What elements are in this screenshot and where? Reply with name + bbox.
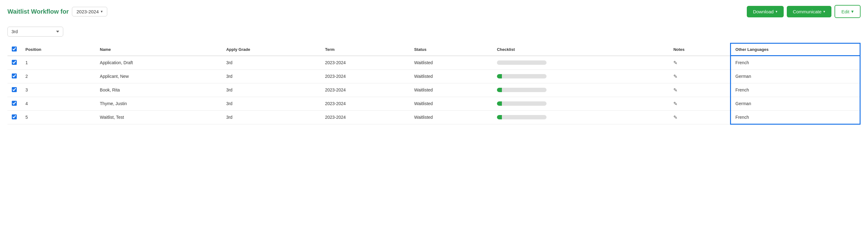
row-other-language: French — [731, 56, 860, 70]
row-checkbox[interactable] — [12, 101, 17, 106]
checklist-bar-fill — [497, 74, 502, 79]
checklist-bar-fill — [497, 88, 502, 92]
header-term: Term — [320, 43, 410, 56]
row-status: Waitlisted — [410, 110, 493, 124]
row-checklist — [493, 69, 669, 83]
row-notes: ✎ — [669, 56, 731, 70]
row-status: Waitlisted — [410, 83, 493, 97]
row-apply-grade: 3rd — [222, 83, 321, 97]
row-checklist — [493, 56, 669, 70]
checklist-bar-fill — [497, 115, 502, 119]
edit-button[interactable]: Edit ▾ — [835, 5, 861, 18]
row-status: Waitlisted — [410, 69, 493, 83]
download-button[interactable]: Download ▾ — [747, 6, 784, 18]
row-other-language: French — [731, 110, 860, 124]
row-term: 2023-2024 — [320, 69, 410, 83]
checklist-bar — [497, 101, 547, 106]
grade-selector: 3rd 4th 5th 6th 7th 8th — [7, 27, 861, 37]
row-checkbox-cell — [7, 83, 21, 97]
row-checkbox[interactable] — [12, 73, 17, 79]
row-position: 1 — [21, 56, 95, 70]
row-notes: ✎ — [669, 69, 731, 83]
checklist-bar — [497, 60, 547, 65]
header-notes: Notes — [669, 43, 731, 56]
row-term: 2023-2024 — [320, 97, 410, 110]
row-notes: ✎ — [669, 97, 731, 110]
row-position: 2 — [21, 69, 95, 83]
row-checklist — [493, 83, 669, 97]
header-status: Status — [410, 43, 493, 56]
page: Waitlist Workflow for 2023-2024 ▾ Downlo… — [0, 0, 868, 240]
communicate-button[interactable]: Communicate ▾ — [787, 6, 832, 18]
row-checklist — [493, 110, 669, 124]
row-apply-grade: 3rd — [222, 69, 321, 83]
row-term: 2023-2024 — [320, 56, 410, 70]
table-row: 1 Application, Draft 3rd 2023-2024 Waitl… — [7, 56, 860, 70]
row-other-language: German — [731, 69, 860, 83]
row-term: 2023-2024 — [320, 83, 410, 97]
checklist-bar — [497, 88, 547, 92]
row-apply-grade: 3rd — [222, 110, 321, 124]
header-name: Name — [95, 43, 222, 56]
table-header-row: Position Name Apply Grade Term Status — [7, 43, 860, 56]
row-checkbox-cell — [7, 69, 21, 83]
edit-label: Edit — [841, 9, 849, 14]
header-left: Waitlist Workflow for 2023-2024 ▾ — [7, 7, 107, 17]
row-checklist — [493, 97, 669, 110]
grade-select-input[interactable]: 3rd 4th 5th 6th 7th 8th — [7, 27, 63, 37]
row-position: 4 — [21, 97, 95, 110]
header-right: Download ▾ Communicate ▾ Edit ▾ — [747, 5, 861, 18]
row-apply-grade: 3rd — [222, 97, 321, 110]
header-other-languages: Other Languages — [731, 43, 860, 56]
row-status: Waitlisted — [410, 97, 493, 110]
checklist-bar-fill — [497, 101, 502, 106]
header-position: Position — [21, 43, 95, 56]
row-name: Waitlist, Test — [95, 110, 222, 124]
header-apply-grade: Apply Grade — [222, 43, 321, 56]
communicate-chevron-icon: ▾ — [824, 10, 825, 13]
chevron-down-icon: ▾ — [101, 9, 103, 13]
row-notes: ✎ — [669, 83, 731, 97]
communicate-label: Communicate — [793, 9, 822, 14]
year-value: 2023-2024 — [76, 9, 99, 14]
waitlist-table: Position Name Apply Grade Term Status — [7, 43, 861, 125]
notes-edit-icon[interactable]: ✎ — [673, 115, 677, 120]
table-row: 2 Applicant, New 3rd 2023-2024 Waitliste… — [7, 69, 860, 83]
table-row: 4 Thyme, Justin 3rd 2023-2024 Waitlisted… — [7, 97, 860, 110]
header: Waitlist Workflow for 2023-2024 ▾ Downlo… — [7, 5, 861, 18]
page-title: Waitlist Workflow for — [7, 8, 69, 15]
row-checkbox-cell — [7, 110, 21, 124]
download-chevron-icon: ▾ — [776, 10, 777, 13]
row-position: 5 — [21, 110, 95, 124]
table-row: 5 Waitlist, Test 3rd 2023-2024 Waitliste… — [7, 110, 860, 124]
row-apply-grade: 3rd — [222, 56, 321, 70]
year-dropdown[interactable]: 2023-2024 ▾ — [72, 7, 107, 17]
row-name: Application, Draft — [95, 56, 222, 70]
row-other-language: German — [731, 97, 860, 110]
edit-chevron-icon: ▾ — [851, 9, 854, 14]
checklist-bar — [497, 74, 547, 79]
row-name: Thyme, Justin — [95, 97, 222, 110]
table-row: 3 Book, Rita 3rd 2023-2024 Waitlisted ✎ … — [7, 83, 860, 97]
row-checkbox[interactable] — [12, 114, 17, 119]
download-label: Download — [753, 9, 774, 14]
row-checkbox-cell — [7, 56, 21, 70]
notes-edit-icon[interactable]: ✎ — [673, 87, 677, 93]
row-name: Applicant, New — [95, 69, 222, 83]
row-position: 3 — [21, 83, 95, 97]
row-checkbox-cell — [7, 97, 21, 110]
row-checkbox[interactable] — [12, 60, 17, 65]
notes-edit-icon[interactable]: ✎ — [673, 60, 677, 65]
notes-edit-icon[interactable]: ✎ — [673, 101, 677, 107]
checklist-bar — [497, 115, 547, 119]
row-notes: ✎ — [669, 110, 731, 124]
header-checklist: Checklist — [493, 43, 669, 56]
row-term: 2023-2024 — [320, 110, 410, 124]
row-other-language: French — [731, 83, 860, 97]
row-status: Waitlisted — [410, 56, 493, 70]
header-checkbox-cell — [7, 43, 21, 56]
row-name: Book, Rita — [95, 83, 222, 97]
row-checkbox[interactable] — [12, 87, 17, 92]
notes-edit-icon[interactable]: ✎ — [673, 74, 677, 79]
select-all-checkbox[interactable] — [12, 47, 17, 52]
